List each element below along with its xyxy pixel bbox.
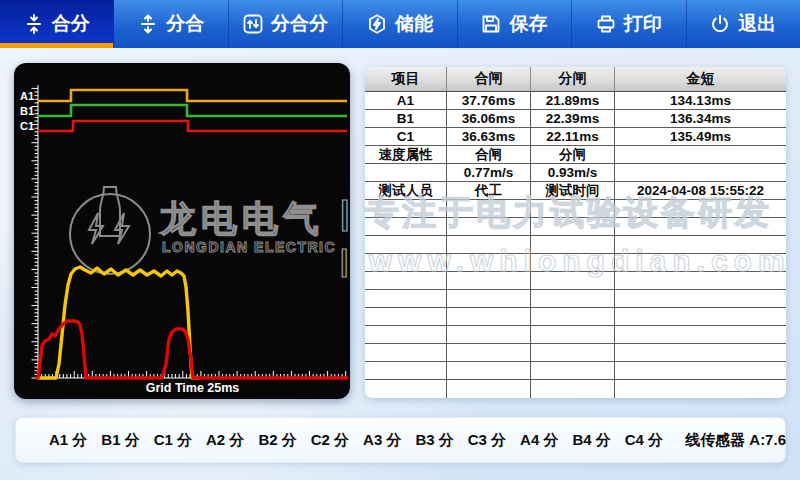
tab-label: 分合 xyxy=(166,11,204,37)
table-cell: 135.49ms xyxy=(615,128,786,146)
open-close-icon xyxy=(138,14,158,34)
tab-energy-storage[interactable]: 储能 xyxy=(343,0,457,48)
close-open-icon xyxy=(24,14,44,34)
table-cell: 项目 xyxy=(365,67,447,92)
table-cell xyxy=(365,290,447,308)
table-cell: 21.89ms xyxy=(531,92,615,110)
table-cell xyxy=(615,290,786,308)
table-cell xyxy=(615,146,786,164)
result-table: 项目合闸分闸金短A137.76ms21.89ms134.13msB136.06m… xyxy=(365,67,786,398)
top-nav: 合分 分合 分合分 xyxy=(0,0,800,48)
table-cell: 2024-04-08 15:55:22 xyxy=(615,182,786,200)
table-cell xyxy=(531,290,615,308)
phase-status-item: C1 分 xyxy=(154,431,192,450)
table-cell: C1 xyxy=(365,128,447,146)
table-row: 速度属性合闸分闸 xyxy=(365,146,786,164)
table-row xyxy=(365,200,786,218)
table-row xyxy=(365,380,786,398)
table-row xyxy=(365,254,786,272)
table-cell xyxy=(447,218,531,236)
tab-exit[interactable]: 退出 xyxy=(687,0,800,48)
table-cell: 代工 xyxy=(447,182,531,200)
energy-storage-icon xyxy=(367,14,387,34)
table-cell: 0.77m/s xyxy=(447,164,531,182)
tab-label: 储能 xyxy=(395,11,433,37)
tab-label: 打印 xyxy=(624,11,662,37)
table-cell: A1 xyxy=(365,92,447,110)
save-icon xyxy=(481,14,501,34)
phase-status-item: B1 分 xyxy=(101,431,139,450)
table-cell xyxy=(615,164,786,182)
tab-open-close[interactable]: 分合 xyxy=(114,0,228,48)
table-cell: 合闸 xyxy=(447,146,531,164)
table-cell xyxy=(531,308,615,326)
table-cell xyxy=(531,362,615,380)
phase-status-item: C3 分 xyxy=(468,431,506,450)
table-cell xyxy=(615,380,786,398)
table-cell xyxy=(365,218,447,236)
table-cell: 分闸 xyxy=(531,67,615,92)
tab-open-close-open[interactable]: 分合分 xyxy=(229,0,343,48)
table-cell xyxy=(447,272,531,290)
table-row xyxy=(365,362,786,380)
phase-status-item: A1 分 xyxy=(49,431,87,450)
table-cell: 36.63ms xyxy=(447,128,531,146)
tab-label: 合分 xyxy=(52,11,90,37)
table-cell: 合闸 xyxy=(447,67,531,92)
waveform-plot: A1B1C1Grid Time 25ms xyxy=(14,63,350,399)
table-row xyxy=(365,236,786,254)
table-cell xyxy=(531,236,615,254)
table-cell: 分闸 xyxy=(531,146,615,164)
table-cell xyxy=(531,200,615,218)
table-cell: B1 xyxy=(365,110,447,128)
phase-status-item: C4 分 xyxy=(625,431,663,450)
table-cell xyxy=(365,362,447,380)
channel-label: A1 xyxy=(20,90,34,102)
table-header-row: 项目合闸分闸金短 xyxy=(365,67,786,92)
tab-save[interactable]: 保存 xyxy=(458,0,572,48)
table-cell xyxy=(447,200,531,218)
power-exit-icon xyxy=(710,14,730,34)
table-row xyxy=(365,272,786,290)
table-cell xyxy=(365,164,447,182)
table-cell xyxy=(365,326,447,344)
tab-label: 退出 xyxy=(738,11,776,37)
table-row xyxy=(365,290,786,308)
table-cell xyxy=(531,218,615,236)
table-cell xyxy=(615,254,786,272)
table-row xyxy=(365,326,786,344)
table-cell xyxy=(531,380,615,398)
phase-status-item: B4 分 xyxy=(572,431,610,450)
table-cell xyxy=(531,326,615,344)
table-cell xyxy=(365,254,447,272)
table-cell: 0.93m/s xyxy=(531,164,615,182)
phase-status-item: C2 分 xyxy=(311,431,349,450)
open-close-open-icon xyxy=(243,14,263,34)
channel-label: C1 xyxy=(20,120,34,132)
table-cell xyxy=(615,326,786,344)
line-sensor-value: 线传感器 A:7.6 xyxy=(685,431,786,450)
tab-print[interactable]: 打印 xyxy=(572,0,686,48)
table-row xyxy=(365,308,786,326)
table-row: A137.76ms21.89ms134.13ms xyxy=(365,92,786,110)
table-cell xyxy=(615,344,786,362)
table-cell xyxy=(531,254,615,272)
tab-close-open[interactable]: 合分 xyxy=(0,0,114,48)
grid-time-label: Grid Time 25ms xyxy=(146,381,240,395)
table-cell xyxy=(615,308,786,326)
table-cell: 22.11ms xyxy=(531,128,615,146)
table-cell xyxy=(615,218,786,236)
table-cell: 测试时间 xyxy=(531,182,615,200)
table-cell xyxy=(447,308,531,326)
table-cell: 金短 xyxy=(615,67,786,92)
phase-status-item: B3 分 xyxy=(415,431,453,450)
table-row: 0.77m/s0.93m/s xyxy=(365,164,786,182)
tab-label: 分合分 xyxy=(271,11,328,37)
status-bar: A1 分B1 分C1 分A2 分B2 分C2 分A3 分B3 分C3 分A4 分… xyxy=(15,417,786,463)
table-cell xyxy=(365,308,447,326)
table-cell xyxy=(531,344,615,362)
table-cell xyxy=(365,272,447,290)
table-cell xyxy=(447,344,531,362)
table-cell xyxy=(365,344,447,362)
table-cell xyxy=(531,272,615,290)
